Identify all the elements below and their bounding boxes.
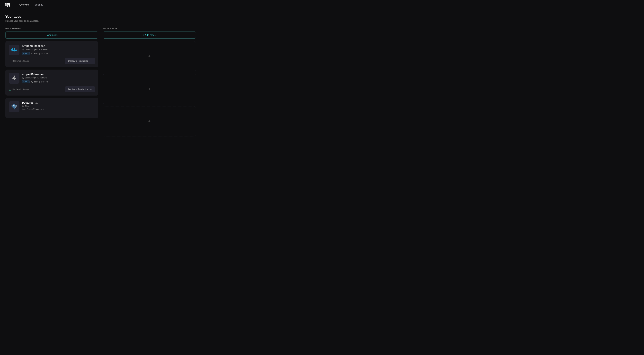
tab-overview[interactable]: Overview: [19, 0, 30, 9]
app-name-postgres: postgres v15: [22, 101, 95, 104]
app-card-bottom-frontend: ✓ Deployed 19h ago Deploy to Production …: [9, 86, 95, 92]
development-column: DEVELOPMENT + + Add new...: [5, 27, 98, 139]
app-repo-backend: dalefl0/stripe-fl0-backend: [22, 48, 95, 51]
prod-empty-slot-3[interactable]: +: [103, 106, 196, 136]
app-name-frontend: stripe-fl0-frontend: [22, 73, 95, 76]
prod-column-header: PRODUCTION: [103, 27, 196, 29]
app-card-top-frontend: stripe-fl0-frontend dalefl0/stripe-fl0-f…: [9, 73, 95, 84]
commit-hash-backend: |: [39, 52, 40, 55]
commit-id-backend: 551c5d: [41, 52, 48, 55]
app-card-stripe-frontend: stripe-fl0-frontend dalefl0/stripe-fl0-f…: [5, 69, 98, 95]
branch-icon: [31, 52, 33, 54]
svg-point-16: [14, 106, 14, 106]
arrow-icon-frontend: →: [90, 88, 92, 90]
nav-tabs: Overview Settings: [17, 0, 46, 9]
db-icon: [22, 105, 24, 107]
logo: fl{/}: [5, 2, 10, 7]
prod-add-new-button[interactable]: + + Add new...: [103, 31, 196, 38]
svg-point-7: [31, 53, 32, 53]
app-info-postgres: postgres v15 Neon Asia Pacific (Singapor: [22, 101, 95, 110]
branch-info-frontend: main: [31, 81, 38, 83]
main-content: Your apps Manage your apps and databases…: [0, 9, 201, 144]
bolt-svg: [12, 75, 16, 81]
svg-point-13: [13, 104, 16, 107]
commit-id-frontend: 64b774: [41, 81, 48, 83]
production-column: PRODUCTION + + Add new... + + +: [103, 27, 196, 139]
app-info-backend: stripe-fl0-backend dalefl0/stripe-fl0-ba…: [22, 44, 95, 55]
svg-point-10: [31, 81, 32, 81]
db-provider: Neon: [22, 105, 95, 107]
svg-rect-3: [12, 48, 14, 49]
svg-point-17: [15, 106, 15, 106]
prod-empty-slot-2[interactable]: +: [103, 74, 196, 104]
page-subtitle: Manage your apps and databases.: [5, 19, 196, 22]
plus-icon-slot-3: +: [148, 119, 150, 124]
columns-wrapper: DEVELOPMENT + + Add new...: [5, 27, 196, 139]
plus-icon-slot-1: +: [148, 54, 150, 59]
repo-icon-frontend: [22, 77, 24, 79]
app-icon-docker: [9, 44, 20, 55]
app-icon-bolt: [9, 73, 20, 84]
repo-icon: [22, 48, 24, 50]
check-icon-backend: ✓: [9, 60, 12, 62]
deploy-btn-backend[interactable]: Deploy to Production →: [65, 58, 95, 64]
app-card-top: stripe-fl0-backend dalefl0/stripe-fl0-ba…: [9, 44, 95, 55]
separator-frontend: |: [39, 81, 40, 83]
branch-icon-frontend: [31, 81, 33, 83]
app-info-frontend: stripe-fl0-frontend dalefl0/stripe-fl0-f…: [22, 73, 95, 83]
dev-column-header: DEVELOPMENT: [5, 27, 98, 29]
arrow-icon-backend: →: [90, 60, 92, 62]
postgres-version: v15: [35, 102, 38, 104]
postgres-svg: [11, 103, 18, 110]
svg-point-19: [15, 105, 16, 107]
app-meta-backend: AUTO main | 551c5d: [22, 52, 95, 55]
svg-rect-4: [14, 48, 15, 49]
deployed-status-backend: ✓ Deployed 19h ago: [9, 60, 29, 62]
db-region: Asia Pacific (Singapore): [22, 108, 95, 110]
dev-add-new-button[interactable]: + + Add new...: [5, 31, 98, 38]
app-card-bottom-backend: ✓ Deployed 19h ago Deploy to Production …: [9, 58, 95, 64]
check-icon-frontend: ✓: [9, 88, 12, 91]
app-card-top-postgres: postgres v15 Neon Asia Pacific (Singapor: [9, 101, 95, 112]
main-header: fl{/} Overview Settings: [0, 0, 644, 9]
auto-badge-backend: AUTO: [22, 52, 30, 55]
app-icon-postgres: [9, 101, 20, 112]
auto-badge-frontend: AUTO: [22, 80, 30, 83]
svg-rect-20: [22, 105, 24, 107]
app-repo-frontend: dalefl0/stripe-fl0-frontend: [22, 77, 95, 79]
branch-info-backend: main: [31, 52, 38, 55]
plus-icon-slot-2: +: [148, 86, 150, 91]
prod-empty-slot-1[interactable]: +: [103, 41, 196, 71]
app-name-backend: stripe-fl0-backend: [22, 44, 95, 48]
deploy-btn-frontend[interactable]: Deploy to Production →: [65, 86, 95, 92]
page-title: Your apps: [5, 15, 196, 18]
svg-point-18: [12, 105, 13, 107]
app-card-postgres: postgres v15 Neon Asia Pacific (Singapor: [5, 98, 98, 118]
tab-settings[interactable]: Settings: [34, 0, 44, 9]
app-card-stripe-backend: stripe-fl0-backend dalefl0/stripe-fl0-ba…: [5, 41, 98, 67]
deployed-status-frontend: ✓ Deployed 19h ago: [9, 88, 29, 91]
app-meta-frontend: AUTO main | 64b774: [22, 80, 95, 83]
